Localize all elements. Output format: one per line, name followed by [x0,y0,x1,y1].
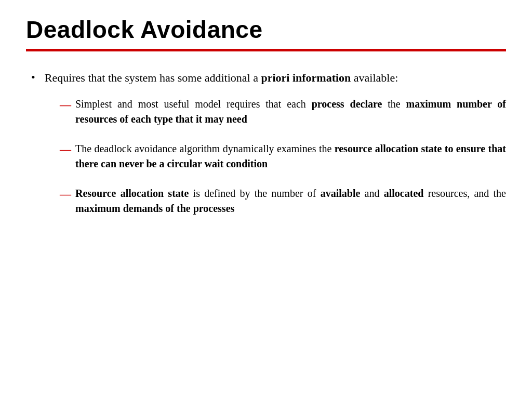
sub-text-3: Resource allocation state is defined by … [75,186,506,216]
sub-items: — Simplest and most useful model require… [60,97,506,216]
sub-item-2: — The deadlock avoidance algorithm dynam… [60,141,506,171]
bold-max-resources: maximum number of resources of each type… [75,98,506,125]
sub-text-2: The deadlock avoidance algorithm dynamic… [75,141,506,171]
title-divider [26,49,506,51]
bold-process-declare: process declare [312,98,382,110]
sub-text-1: Simplest and most useful model requires … [75,97,506,127]
slide-content: • Requires that the system has some addi… [26,70,506,216]
slide-title: Deadlock Avoidance [26,16,506,44]
bold-max-demands: maximum demands of the processes [75,203,234,214]
sub-dash-3: — [60,186,71,203]
sub-dash-2: — [60,141,71,158]
bullet-dot: • [31,71,35,84]
main-bullet: • Requires that the system has some addi… [31,70,506,86]
slide: Deadlock Avoidance • Requires that the s… [0,0,532,399]
bold-resource-allocation: resource allocation state to ensure that… [75,143,506,169]
bold-priori: priori information [261,71,351,84]
bold-resource-state: Resource allocation state [75,188,189,199]
sub-item-3: — Resource allocation state is defined b… [60,186,506,216]
bullet-text: Requires that the system has some additi… [45,70,398,86]
bold-allocated: allocated [384,188,424,199]
sub-dash-1: — [60,97,71,113]
bold-available: available [321,188,361,199]
sub-item-1: — Simplest and most useful model require… [60,97,506,127]
